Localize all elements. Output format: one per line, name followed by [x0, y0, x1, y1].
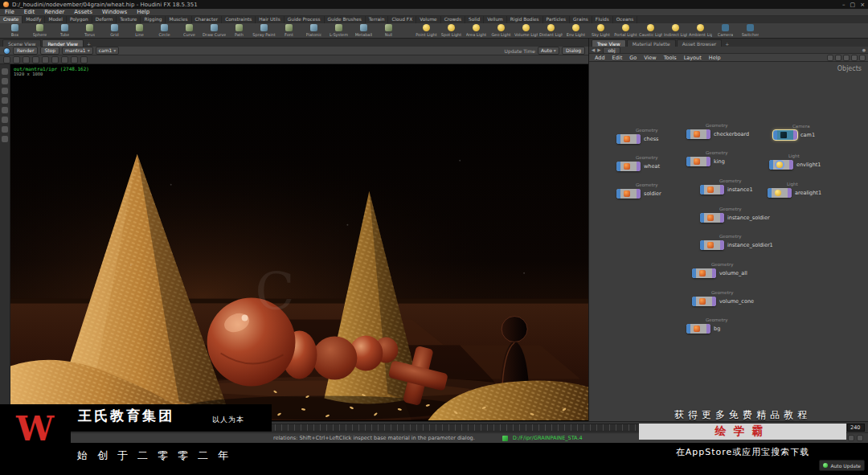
translate-tool-icon[interactable]: [2, 78, 8, 84]
tool-grid[interactable]: Grid: [103, 24, 126, 37]
grid-toggle-icon[interactable]: [848, 435, 854, 441]
network-editor[interactable]: Objects Geometry chess Geometry checkerb…: [589, 62, 868, 421]
tab-tree-view[interactable]: Tree View: [592, 39, 626, 47]
shelf-tab[interactable]: Constraints: [222, 16, 256, 23]
node-volume-all[interactable]: Geometry volume_all: [692, 268, 747, 278]
rotate-tool-icon[interactable]: [2, 88, 8, 94]
shelf-tab[interactable]: Solid: [465, 16, 484, 23]
scale-tool-icon[interactable]: [2, 97, 8, 104]
shelf-tab[interactable]: Rigid Bodies: [507, 16, 543, 23]
shelf-tab[interactable]: Hair Utils: [256, 16, 285, 23]
node-envlight1[interactable]: Light envlight1: [769, 159, 821, 170]
shelf-tab[interactable]: Grains: [570, 16, 592, 23]
snap-tool-icon[interactable]: [2, 117, 8, 123]
tool-spot-light[interactable]: Spot Light: [440, 24, 463, 37]
tool-path[interactable]: Path: [227, 24, 251, 37]
network-path-crumb[interactable]: obj: [603, 47, 620, 54]
select-tool-icon[interactable]: [2, 68, 8, 75]
node-wheat[interactable]: Geometry wheat: [616, 161, 660, 171]
tool-indirect-light[interactable]: Indirect Light: [664, 24, 687, 37]
update-mode-dropdown[interactable]: Auto▾: [538, 47, 559, 55]
menu-windows[interactable]: Windows: [97, 9, 132, 16]
tool-env-light[interactable]: Env Light: [564, 24, 588, 37]
home-view-icon[interactable]: [3, 56, 10, 63]
zoom-in-icon[interactable]: [13, 56, 20, 63]
node-volume-cone[interactable]: Geometry volume_cone: [692, 296, 754, 306]
menu-render[interactable]: Render: [39, 9, 69, 16]
tool-ambient-light[interactable]: Ambient Light: [689, 24, 712, 37]
node-instance-soldier[interactable]: Geometry instance_soldier: [700, 212, 770, 223]
region-render-icon[interactable]: [80, 56, 88, 63]
cache-icon[interactable]: [857, 435, 863, 441]
fit-view-icon[interactable]: [32, 56, 39, 63]
menu-edit[interactable]: Edit: [19, 9, 40, 16]
tool-null[interactable]: Null: [377, 24, 400, 37]
tool-sky-light[interactable]: Sky Light: [589, 24, 612, 37]
tool-camera[interactable]: Camera: [714, 24, 737, 37]
back-icon[interactable]: ◀: [592, 47, 595, 52]
pin-icon[interactable]: ●: [862, 47, 866, 52]
tab-scene-view[interactable]: Scene View: [2, 39, 41, 47]
node-soldier[interactable]: Geometry soldier: [616, 188, 661, 199]
menu-assets[interactable]: Assets: [69, 9, 97, 16]
shelf-tab[interactable]: Terrain: [366, 16, 389, 23]
render-dialog-button[interactable]: Dialog: [562, 47, 585, 55]
tool-area-light[interactable]: Area Light: [465, 24, 488, 37]
tool-tube[interactable]: Tube: [53, 24, 76, 37]
display-options-icon[interactable]: [2, 126, 8, 133]
tool-geo-light[interactable]: Geo Light: [489, 24, 513, 37]
tool-volume-light[interactable]: Volume Light: [514, 24, 538, 37]
shelf-tab[interactable]: Guide Process: [285, 16, 325, 23]
tool-line[interactable]: Line: [128, 24, 151, 37]
zoom-out-icon[interactable]: [23, 56, 30, 63]
node-instance1[interactable]: Geometry instance1: [700, 184, 753, 195]
shelf-tab[interactable]: Texture: [117, 16, 141, 23]
close-button[interactable]: ×: [860, 2, 865, 8]
tool-font[interactable]: Font: [277, 24, 301, 37]
tool-sphere[interactable]: Sphere: [28, 24, 51, 37]
tool-distant-light[interactable]: Distant Light: [539, 24, 563, 37]
tool-box[interactable]: Box: [3, 24, 27, 37]
render-viewport[interactable]: C out/mantra1/ipr (2748.162) 1920 x 1080: [0, 64, 588, 421]
tab-render-view[interactable]: Render View: [42, 39, 84, 47]
update-mode-selector[interactable]: Auto Update: [819, 460, 865, 471]
net-menu-edit[interactable]: Edit: [609, 55, 626, 61]
renderer-dropdown[interactable]: mantra1▾: [62, 47, 93, 55]
node-bg[interactable]: Geometry bg: [686, 323, 720, 334]
shelf-tab[interactable]: Crowds: [441, 16, 465, 23]
range-end-field[interactable]: 240: [847, 424, 865, 432]
gamma-icon[interactable]: [51, 56, 59, 63]
handle-tool-icon[interactable]: [2, 107, 8, 113]
tool-draw-curve[interactable]: Draw Curve: [203, 24, 226, 37]
shelf-tab[interactable]: Create: [0, 16, 23, 23]
list-view-icon[interactable]: [851, 55, 858, 61]
shelf-tab[interactable]: Muscles: [166, 16, 191, 23]
tool-portal-light[interactable]: Portal Light: [614, 24, 637, 37]
grid-snap-icon[interactable]: [843, 55, 850, 61]
exposure-icon[interactable]: [61, 56, 68, 63]
net-menu-tools[interactable]: Tools: [661, 55, 680, 61]
node-arealight1[interactable]: Light arealight1: [768, 187, 821, 198]
shelf-tab[interactable]: Cloud FX: [388, 16, 416, 23]
channels-icon[interactable]: [71, 56, 78, 63]
node-chess[interactable]: Geometry chess: [616, 133, 658, 144]
camera-tool-icon[interactable]: [2, 136, 8, 142]
net-menu-layout[interactable]: Layout: [681, 55, 705, 61]
tool-switcher[interactable]: Switcher: [739, 24, 762, 37]
display-flags-icon[interactable]: [835, 55, 841, 61]
tool-lsystem[interactable]: L-System: [327, 24, 350, 37]
shelf-tab[interactable]: Oceans: [613, 16, 638, 23]
tool-curve[interactable]: Curve: [178, 24, 201, 37]
tool-platonic[interactable]: Platonic: [302, 24, 326, 37]
stop-render-button[interactable]: Stop: [40, 47, 59, 55]
tab-material-palette[interactable]: Material Palette: [627, 39, 676, 47]
net-menu-go[interactable]: Go: [626, 55, 640, 61]
tool-spray-paint[interactable]: Spray Paint: [252, 24, 276, 37]
forward-icon[interactable]: ▶: [597, 47, 600, 52]
tab-asset-browser[interactable]: Asset Browser: [677, 39, 723, 47]
camera-dropdown[interactable]: cam1▾: [96, 47, 120, 55]
shelf-tab[interactable]: Vellum: [484, 16, 507, 23]
maximize-button[interactable]: ▢: [850, 2, 856, 8]
shelf-tab[interactable]: Rigging: [141, 16, 166, 23]
node-instance-soldier1[interactable]: Geometry instance_soldier1: [700, 240, 773, 250]
